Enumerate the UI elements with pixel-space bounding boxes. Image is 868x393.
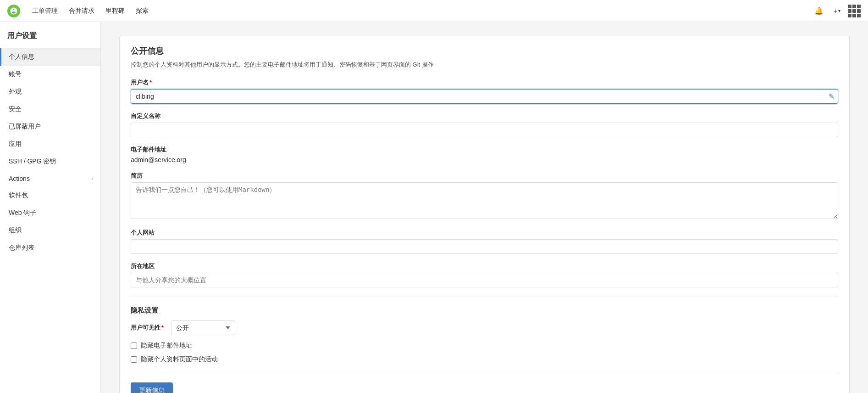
- sidebar-item-account[interactable]: 账号: [0, 66, 100, 83]
- username-required: *: [149, 79, 152, 86]
- sidebar-item-personal-info[interactable]: 个人信息: [0, 48, 100, 66]
- sidebar-item-packages[interactable]: 软件包: [0, 187, 100, 204]
- sidebar-label-applications: 应用: [9, 140, 22, 148]
- sidebar-label-appearance: 外观: [9, 88, 22, 96]
- topnav-right: 🔔 + ▾: [812, 4, 861, 18]
- visibility-required: *: [161, 324, 164, 331]
- nav-merge-requests[interactable]: 合并请求: [64, 4, 99, 18]
- sidebar-label-blocked-users: 已屏蔽用户: [9, 123, 41, 131]
- sidebar-label-ssh-gpg: SSH / GPG 密钥: [9, 157, 56, 166]
- sidebar-item-actions[interactable]: Actions ›: [0, 170, 100, 187]
- sidebar-title: 用户设置: [0, 31, 100, 48]
- location-label: 所在地区: [131, 262, 838, 270]
- sidebar: 用户设置 个人信息 账号 外观 安全 已屏蔽用户 应用 SSH / GPG 密钥…: [0, 22, 101, 393]
- sidebar-item-applications[interactable]: 应用: [0, 135, 100, 153]
- website-input[interactable]: [131, 239, 838, 254]
- privacy-section: 隐私设置 用户可见性* 公开 私有 隐藏电子邮件地址: [131, 306, 838, 364]
- custom-name-label: 自定义名称: [131, 112, 838, 120]
- submit-button[interactable]: 更新信息: [131, 382, 173, 393]
- section-desc: 控制您的个人资料对其他用户的显示方式。您的主要电子邮件地址将用于通知、密码恢复和…: [131, 60, 838, 69]
- logo[interactable]: [7, 5, 20, 17]
- website-label: 个人网站: [131, 229, 838, 237]
- sidebar-item-blocked-users[interactable]: 已屏蔽用户: [0, 118, 100, 135]
- hide-email-group: 隐藏电子邮件地址: [131, 342, 838, 350]
- bio-input[interactable]: [131, 182, 838, 219]
- hide-email-label[interactable]: 隐藏电子邮件地址: [141, 342, 192, 350]
- public-info-card: 公开信息 控制您的个人资料对其他用户的显示方式。您的主要电子邮件地址将用于通知、…: [119, 36, 850, 393]
- username-label: 用户名*: [131, 79, 838, 87]
- visibility-group: 用户可见性* 公开 私有: [131, 320, 838, 335]
- nav-milestones[interactable]: 里程碑: [101, 4, 129, 18]
- create-button[interactable]: + ▾: [830, 6, 844, 17]
- bio-group: 简历: [131, 172, 838, 220]
- sidebar-label-account: 账号: [9, 70, 22, 79]
- username-input-wrapper: ✎: [131, 89, 838, 104]
- visibility-label: 用户可见性*: [131, 324, 164, 332]
- visibility-select[interactable]: 公开 私有: [171, 320, 235, 335]
- divider-bottom: [131, 373, 838, 373]
- custom-name-input[interactable]: [131, 123, 838, 137]
- username-input[interactable]: [131, 89, 838, 104]
- sidebar-label-repos: 仓库列表: [9, 244, 34, 252]
- username-edit-icon: ✎: [829, 92, 835, 101]
- email-label: 电子邮件地址: [131, 146, 838, 154]
- topnav: 工单管理 合并请求 里程碑 探索 🔔 + ▾: [0, 0, 868, 22]
- sidebar-label-organizations: 组织: [9, 226, 22, 235]
- bio-label: 简历: [131, 172, 838, 180]
- location-group: 所在地区: [131, 262, 838, 287]
- sidebar-item-repos[interactable]: 仓库列表: [0, 239, 100, 257]
- sidebar-item-security[interactable]: 安全: [0, 101, 100, 118]
- sidebar-label-personal-info: 个人信息: [9, 53, 34, 61]
- email-group: 电子邮件地址 admin@service.org: [131, 146, 838, 163]
- section-title: 公开信息: [131, 45, 838, 56]
- actions-chevron-icon: ›: [91, 175, 93, 182]
- nav-issue-management[interactable]: 工单管理: [28, 4, 62, 18]
- sidebar-item-webhooks[interactable]: Web 钩子: [0, 204, 100, 222]
- hide-email-checkbox[interactable]: [131, 342, 137, 349]
- hide-activity-checkbox[interactable]: [131, 356, 137, 363]
- main-content: 公开信息 控制您的个人资料对其他用户的显示方式。您的主要电子邮件地址将用于通知、…: [101, 22, 868, 393]
- plus-icon: +: [834, 7, 837, 15]
- sidebar-label-actions: Actions: [9, 175, 30, 182]
- sidebar-label-webhooks: Web 钩子: [9, 209, 36, 217]
- sidebar-label-security: 安全: [9, 105, 22, 113]
- plus-chevron: ▾: [838, 8, 840, 13]
- layout: 用户设置 个人信息 账号 外观 安全 已屏蔽用户 应用 SSH / GPG 密钥…: [0, 22, 868, 393]
- custom-name-group: 自定义名称: [131, 112, 838, 137]
- sidebar-label-packages: 软件包: [9, 191, 28, 200]
- email-value: admin@service.org: [131, 156, 838, 163]
- username-group: 用户名* ✎: [131, 79, 838, 104]
- location-input[interactable]: [131, 273, 838, 287]
- sidebar-item-organizations[interactable]: 组织: [0, 222, 100, 239]
- divider: [131, 297, 838, 297]
- topnav-links: 工单管理 合并请求 里程碑 探索: [28, 4, 812, 18]
- apps-grid-icon[interactable]: [848, 5, 861, 17]
- sidebar-item-appearance[interactable]: 外观: [0, 83, 100, 101]
- nav-explore[interactable]: 探索: [131, 4, 153, 18]
- sidebar-item-ssh-gpg[interactable]: SSH / GPG 密钥: [0, 153, 100, 170]
- hide-activity-label[interactable]: 隐藏个人资料页面中的活动: [141, 355, 218, 364]
- privacy-title: 隐私设置: [131, 306, 838, 315]
- website-group: 个人网站: [131, 229, 838, 254]
- hide-activity-group: 隐藏个人资料页面中的活动: [131, 355, 838, 364]
- notification-button[interactable]: 🔔: [812, 4, 826, 18]
